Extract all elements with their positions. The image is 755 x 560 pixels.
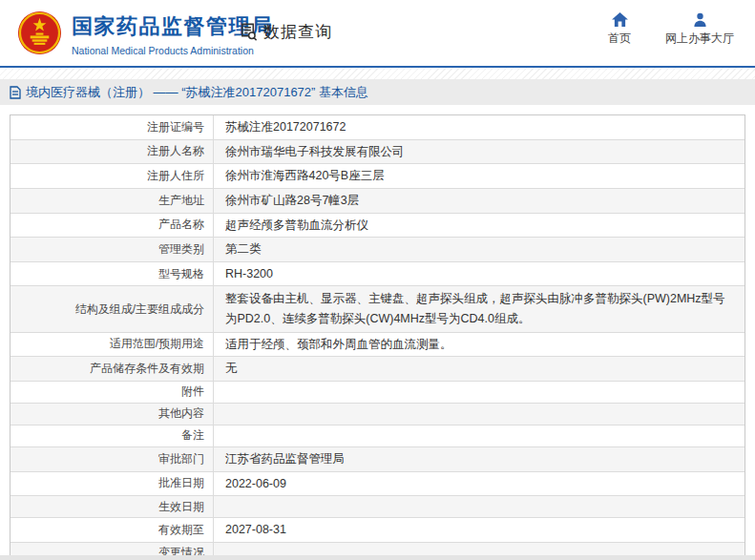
row-value: RH-3200 <box>214 262 745 286</box>
row-value: 徐州市矿山路28号7幢3层 <box>214 189 745 213</box>
row-label: 批准日期 <box>10 472 214 496</box>
row-value: 第二类 <box>214 238 745 261</box>
row-label: 注册证编号 <box>10 115 214 139</box>
row-value: 苏械注准20172071672 <box>214 115 745 139</box>
agency-name-en: National Medical Products Administration <box>72 45 274 56</box>
row-value <box>214 496 745 517</box>
footer-strip <box>0 555 755 560</box>
table-row: 审批部门江苏省药品监督管理局 <box>10 447 745 472</box>
registration-info-table: 注册证编号苏械注准20172071672 注册人名称徐州市瑞华电子科技发展有限公… <box>10 114 745 560</box>
table-row: 其他内容 <box>10 404 745 425</box>
table-row: 适用范围/预期用途适用于经颅、颈部和外周血管的血流测量。 <box>10 333 745 358</box>
row-label: 适用范围/预期用途 <box>10 333 214 357</box>
table-row: 管理类别第二类 <box>10 238 745 262</box>
row-label: 管理类别 <box>10 238 214 261</box>
hatch-divider <box>0 68 755 79</box>
data-query-icon <box>239 22 259 42</box>
row-value: 超声经颅多普勒血流分析仪 <box>214 214 745 238</box>
nav-service-hall-label: 网上办事大厅 <box>665 31 734 47</box>
nav-service-hall[interactable]: 网上办事大厅 <box>665 12 734 47</box>
row-label: 备注 <box>10 425 214 446</box>
row-value: 适用于经颅、颈部和外周血管的血流测量。 <box>214 333 745 357</box>
user-icon <box>693 12 707 27</box>
table-row: 注册人住所徐州市淮海西路420号B座三层 <box>10 164 745 189</box>
page-header: 国家药品监督管理局 National Medical Products Admi… <box>0 0 755 68</box>
table-row: 附件 <box>10 382 745 404</box>
row-label: 产品储存条件及有效期 <box>10 357 214 381</box>
row-value: 徐州市淮海西路420号B座三层 <box>214 164 745 188</box>
table-row: 产品储存条件及有效期无 <box>10 357 745 382</box>
row-value: 2022-06-09 <box>214 472 745 496</box>
row-label: 注册人名称 <box>10 140 214 164</box>
row-value: 徐州市瑞华电子科技发展有限公司 <box>214 140 745 164</box>
row-value: 2027-08-31 <box>214 518 745 542</box>
row-value: 整套设备由主机、显示器、主键盘、超声探头组成，超声探头由脉冲多普勒探头(PW)2… <box>214 286 745 331</box>
table-row: 型号规格RH-3200 <box>10 262 745 287</box>
nav-home[interactable]: 首页 <box>608 12 631 47</box>
row-label: 生产地址 <box>10 189 214 213</box>
row-label: 其他内容 <box>10 404 214 425</box>
table-row: 备注 <box>10 425 745 447</box>
breadcrumb: 境内医疗器械（注册） —— “苏械注准20172071672” 基本信息 <box>26 84 368 101</box>
row-label: 审批部门 <box>10 447 214 471</box>
row-label: 型号规格 <box>10 262 214 286</box>
table-row: 注册人名称徐州市瑞华电子科技发展有限公司 <box>10 140 745 165</box>
table-row: 有效期至2027-08-31 <box>10 518 745 543</box>
breadcrumb-bar: 境内医疗器械（注册） —— “苏械注准20172071672” 基本信息 <box>0 79 755 105</box>
home-icon <box>612 12 628 27</box>
row-value <box>214 382 745 403</box>
row-value: 无 <box>214 357 745 381</box>
row-label: 生效日期 <box>10 496 214 517</box>
row-value: 江苏省药品监督管理局 <box>214 447 745 471</box>
emblem-icon <box>17 10 62 55</box>
row-label: 有效期至 <box>10 518 214 542</box>
table-row: 产品名称超声经颅多普勒血流分析仪 <box>10 214 745 239</box>
row-label: 注册人住所 <box>10 164 214 188</box>
row-label: 产品名称 <box>10 214 214 238</box>
doc-icon <box>10 86 21 99</box>
table-row: 结构及组成/主要组成成分整套设备由主机、显示器、主键盘、超声探头组成，超声探头由… <box>10 286 745 332</box>
module-title: 数据查询 <box>263 21 332 43</box>
table-row: 批准日期2022-06-09 <box>10 472 745 497</box>
row-label: 结构及组成/主要组成成分 <box>10 286 214 331</box>
data-query-module: 数据查询 <box>239 21 332 43</box>
nav-home-label: 首页 <box>608 31 631 47</box>
table-row: 生效日期 <box>10 496 745 518</box>
row-value <box>214 404 745 425</box>
row-value <box>214 425 745 446</box>
row-label: 附件 <box>10 382 214 403</box>
table-row: 注册证编号苏械注准20172071672 <box>10 115 745 140</box>
top-navigation: 首页 网上办事大厅 <box>608 12 734 47</box>
table-row: 生产地址徐州市矿山路28号7幢3层 <box>10 189 745 214</box>
